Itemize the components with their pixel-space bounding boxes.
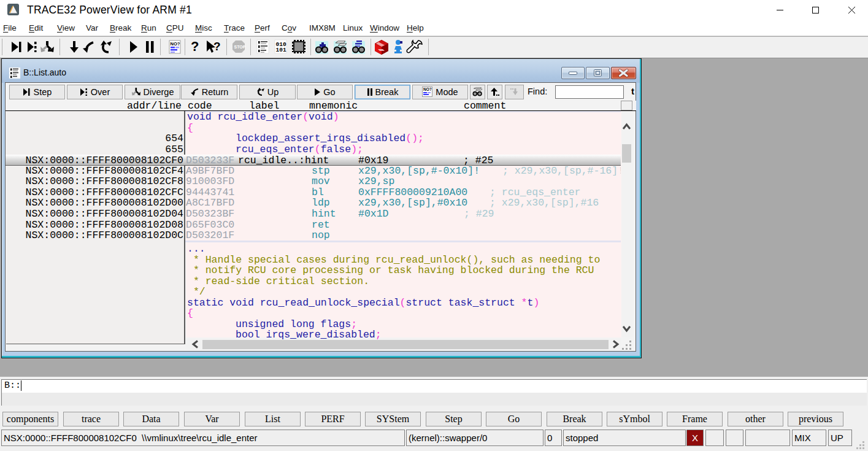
svg-text:STOP: STOP xyxy=(234,45,246,49)
svg-text:NO?: NO? xyxy=(171,41,180,47)
svg-text:101: 101 xyxy=(276,47,286,53)
svg-text:?: ? xyxy=(213,40,221,53)
